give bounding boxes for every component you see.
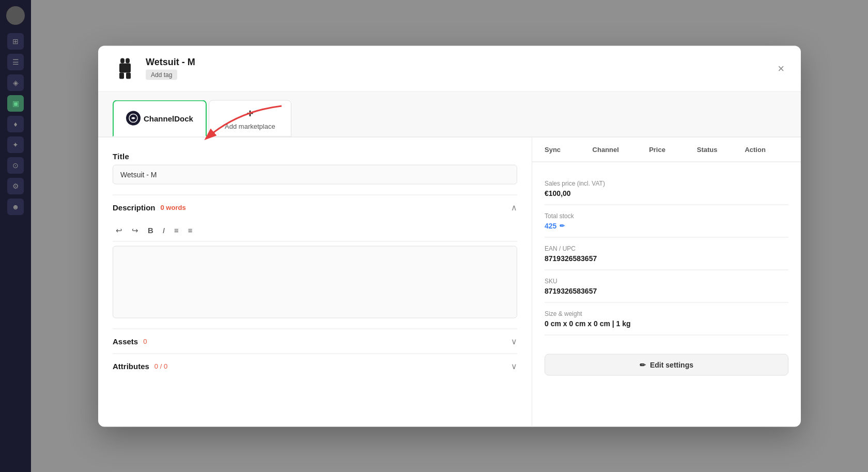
assets-header-left: Assets 0 [113,337,147,345]
redo-button[interactable]: ↪ [129,223,142,237]
sales-price-row: Sales price (incl. VAT) €100,00 [545,172,788,205]
attributes-title: Attributes [113,361,149,370]
ean-value: 8719326583657 [545,254,788,262]
ean-label: EAN / UPC [545,245,788,252]
modal-header: Wetsuit - M Add tag × [98,45,801,92]
left-panel: Title Description 0 words ∧ [98,137,532,427]
close-button[interactable]: × [776,60,786,76]
product-info: Wetsuit - M Add tag [146,57,767,80]
unordered-list-button[interactable]: ≡ [185,223,196,237]
col-status: Status [697,145,741,153]
assets-section[interactable]: Assets 0 ∨ [113,328,517,353]
main-content: Wetsuit - M Add tag × Channel [31,0,868,472]
info-grid: Sales price (incl. VAT) €100,00 Total st… [532,162,801,345]
attributes-section[interactable]: Attributes 0 / 0 ∨ [113,353,517,378]
title-label: Title [113,151,517,160]
col-channel: Channel [593,145,645,153]
size-weight-value: 0 cm x 0 cm x 0 cm | 1 kg [545,319,788,327]
sidebar-icon-8[interactable]: ⚙ [7,178,24,194]
col-sync: Sync [545,145,588,153]
sku-row: SKU 8719326583657 [545,270,788,302]
sidebar-icon-4[interactable]: ▣ [7,95,24,112]
sidebar-icon-2[interactable]: ☰ [7,54,24,70]
attributes-count: 0 / 0 [154,362,167,370]
edit-settings-icon: ✏ [640,360,646,369]
sidebar-icon-9[interactable]: ☻ [7,199,24,215]
product-icon [113,56,137,81]
col-action: Action [745,145,788,153]
sales-price-value: €100,00 [545,189,788,197]
size-weight-row: Size & weight 0 cm x 0 cm x 0 cm | 1 kg [545,302,788,335]
sidebar-icon-5[interactable]: ♦ [7,116,24,132]
sidebar-icon-3[interactable]: ◈ [7,74,24,91]
add-marketplace-tab[interactable]: + Add marketplace [209,100,291,136]
size-weight-label: Size & weight [545,310,788,317]
sidebar-icon-1[interactable]: ⊞ [7,33,24,50]
sidebar-icon-6[interactable]: ✦ [7,136,24,153]
channeldock-icon [126,111,141,126]
attributes-header-left: Attributes 0 / 0 [113,361,167,370]
assets-chevron: ∨ [511,336,517,346]
description-section: Description 0 words ∧ ↩ ↪ B I ≡ ≡ [113,194,517,318]
sku-value: 8719326583657 [545,286,788,295]
svg-rect-3 [119,72,124,79]
assets-title: Assets [113,337,138,345]
description-toolbar: ↩ ↪ B I ≡ ≡ [113,219,517,241]
svg-rect-2 [119,63,131,72]
svg-rect-1 [126,58,130,63]
column-headers: Sync Channel Price Status Action [532,137,801,162]
ordered-list-button[interactable]: ≡ [171,223,182,237]
add-marketplace-label: Add marketplace [225,122,275,130]
add-marketplace-icon: + [246,106,253,120]
stock-number: 425 [545,221,556,230]
add-tag-button[interactable]: Add tag [146,70,177,80]
user-avatar[interactable] [6,6,25,25]
edit-settings-label: Edit settings [650,360,693,369]
sales-price-label: Sales price (incl. VAT) [545,179,788,187]
channeldock-tab[interactable]: ChannelDock [113,100,207,136]
sidebar-icon-7[interactable]: ⊙ [7,157,24,174]
sku-label: SKU [545,277,788,284]
channeldock-label: ChannelDock [144,114,193,123]
sidebar: ⊞ ☰ ◈ ▣ ♦ ✦ ⊙ ⚙ ☻ [0,0,31,472]
stock-edit-icon[interactable]: ✏ [560,222,565,229]
product-title: Wetsuit - M [146,57,767,68]
col-price: Price [649,145,693,153]
product-modal: Wetsuit - M Add tag × Channel [98,45,801,427]
total-stock-value: 425 ✏ [545,221,788,230]
description-chevron: ∧ [511,202,517,212]
description-header[interactable]: Description 0 words ∧ [113,194,517,219]
title-section: Title [113,151,517,184]
word-count: 0 words [161,203,186,211]
right-panel: Sync Channel Price Status Action Sales p… [532,137,801,427]
italic-button[interactable]: I [160,223,168,237]
assets-count: 0 [143,337,147,345]
total-stock-label: Total stock [545,212,788,219]
undo-button[interactable]: ↩ [113,223,126,237]
svg-rect-0 [120,58,125,63]
description-title: Description [113,203,156,211]
total-stock-row: Total stock 425 ✏ [545,205,788,237]
title-input[interactable] [113,164,517,184]
svg-rect-4 [126,72,131,79]
ean-upc-row: EAN / UPC 8719326583657 [545,237,788,270]
attributes-chevron: ∨ [511,361,517,371]
marketplace-tabs: ChannelDock + Add marketplace [98,92,801,137]
modal-body: Title Description 0 words ∧ [98,137,801,427]
channeldock-logo: ChannelDock [126,111,193,126]
bold-button[interactable]: B [145,223,157,237]
edit-settings-button[interactable]: ✏ Edit settings [545,354,788,375]
description-editor[interactable] [113,246,517,318]
description-header-left: Description 0 words [113,203,186,211]
